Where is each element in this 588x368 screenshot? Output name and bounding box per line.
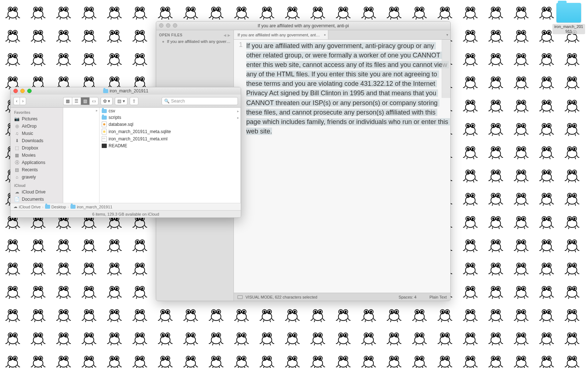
svg-point-443: [492, 78, 494, 80]
finder-column-1[interactable]: ▸: [63, 108, 100, 203]
sidebar-item-pictures[interactable]: 📷Pictures: [11, 115, 63, 123]
svg-point-1558: [315, 311, 316, 312]
action-menu-button[interactable]: ✿ ▾: [101, 97, 113, 105]
svg-point-18: [86, 8, 87, 10]
svg-point-49: [243, 8, 245, 10]
svg-point-1373: [543, 264, 545, 266]
svg-point-104: [523, 8, 524, 10]
svg-point-1378: [569, 264, 570, 266]
sidebar-item-applications[interactable]: ⒶApplications: [11, 159, 63, 166]
editor-close-button[interactable]: [159, 23, 163, 28]
svg-point-1834: [548, 357, 550, 359]
tab-close-icon[interactable]: •: [324, 32, 326, 38]
svg-point-1534: [192, 311, 194, 312]
svg-point-1028: [543, 195, 545, 196]
back-button[interactable]: ‹: [13, 97, 20, 105]
editor-minimize-button[interactable]: [166, 23, 170, 28]
sidebar-item-documents[interactable]: 📄Documents: [11, 196, 63, 203]
view-icons-button[interactable]: ▦: [63, 97, 72, 105]
path-seg-folder[interactable]: iron_march_201911: [77, 205, 113, 209]
view-gallery-button[interactable]: ▭: [89, 97, 98, 105]
svg-point-1143: [543, 218, 545, 219]
svg-point-1158: [35, 241, 36, 243]
finder-maximize-button[interactable]: [27, 89, 32, 93]
search-icon: 🔍: [164, 99, 170, 104]
file-row-scripts[interactable]: scripts▸: [100, 114, 240, 121]
svg-point-1513: [86, 311, 87, 312]
file-row-iron-march-201911-meta-sqlite[interactable]: iron_march_201911_meta.sqlite: [100, 128, 240, 135]
svg-point-83: [416, 8, 418, 10]
svg-point-1403: [111, 288, 113, 289]
editor-tab[interactable]: If you are affiliated with any governmen…: [234, 30, 328, 39]
sidebar-item-dropbox[interactable]: ⬚Dropbox: [11, 144, 63, 152]
editor-tab-bar: If you are affiliated with any governmen…: [234, 30, 450, 40]
document-icon: [102, 136, 107, 142]
svg-point-1048: [60, 218, 62, 219]
svg-point-1678: [340, 334, 341, 336]
path-seg-icloud[interactable]: iCloud Drive: [19, 205, 41, 209]
svg-point-3: [9, 8, 11, 10]
finder-search-field[interactable]: 🔍 Search: [162, 97, 238, 105]
svg-point-1683: [365, 334, 367, 336]
open-files-header: OPEN FILES: [159, 33, 182, 37]
svg-point-29: [142, 8, 143, 10]
sidebar-item-downloads[interactable]: ⬇Downloads: [11, 137, 63, 144]
svg-point-1709: [498, 334, 499, 336]
forward-button[interactable]: ›: [20, 97, 26, 105]
svg-point-364: [91, 78, 92, 80]
sidebar-item-music[interactable]: ♫Music: [11, 130, 63, 137]
sidebar-item-movies[interactable]: ▦Movies: [11, 152, 63, 159]
status-spaces[interactable]: Spaces: 4: [399, 295, 417, 299]
finder-close-button[interactable]: [13, 89, 18, 93]
view-columns-button[interactable]: ▥: [81, 97, 89, 105]
svg-point-9: [40, 8, 41, 10]
svg-point-13: [60, 8, 62, 10]
editor-maximize-button[interactable]: [173, 23, 177, 28]
svg-point-369: [116, 78, 118, 80]
finder-column-2[interactable]: csv▸scripts▸database.sqliron_march_20191…: [100, 108, 241, 203]
view-list-button[interactable]: ☰: [72, 97, 81, 105]
svg-point-689: [574, 125, 575, 126]
sidebar-item-airdrop[interactable]: ◎AirDrop: [11, 123, 63, 130]
file-row-database-sql[interactable]: database.sql: [100, 121, 240, 128]
editor-text[interactable]: If you are affiliated with any governmen…: [246, 40, 450, 293]
editor-titlebar[interactable]: If you are affiliated with any governmen…: [156, 21, 450, 30]
sidebar-nav-arrows[interactable]: ◂ ▸: [224, 32, 231, 38]
open-file-item[interactable]: ● If you are affiliated with any governm…: [159, 38, 231, 44]
file-row-csv[interactable]: csv▸: [100, 108, 240, 114]
svg-point-238: [35, 55, 36, 56]
sidebar-item-recents[interactable]: ▤Recents: [11, 166, 63, 173]
svg-point-354: [40, 78, 41, 80]
finder-minimize-button[interactable]: [20, 89, 25, 93]
share-button[interactable]: ⇪: [130, 97, 138, 105]
svg-point-1404: [116, 288, 118, 289]
panel-icon[interactable]: [238, 295, 243, 299]
arrange-menu-button[interactable]: ▤ ▾: [115, 97, 127, 105]
svg-point-94: [472, 8, 474, 10]
file-row-readme[interactable]: README: [100, 143, 240, 149]
svg-point-1168: [86, 241, 87, 243]
svg-point-224: [548, 32, 550, 33]
svg-point-564: [523, 101, 524, 103]
svg-point-1038: [9, 218, 11, 219]
recents-icon: ▤: [14, 168, 20, 172]
svg-point-1243: [467, 241, 469, 243]
tab-dropdown-icon[interactable]: ▾: [446, 33, 448, 37]
status-syntax[interactable]: Plain Text: [430, 295, 447, 299]
svg-point-1624: [65, 334, 67, 336]
path-seg-desktop[interactable]: Desktop: [52, 205, 66, 209]
file-row-iron-march-201911-meta-xml[interactable]: iron_march_201911_meta.xml: [100, 135, 240, 143]
editor-content-area[interactable]: 1 If you are affiliated with any governm…: [234, 40, 450, 293]
svg-point-1758: [162, 357, 163, 359]
desktop-folder-iron-march[interactable]: iron_march_201911: [552, 3, 585, 34]
sidebar-item-icloud-drive[interactable]: ☁iCloud Drive: [11, 188, 63, 196]
svg-point-1293: [137, 264, 138, 266]
svg-point-1833: [543, 357, 545, 359]
finder-pathbar[interactable]: ☁ iCloud Drive › Desktop › iron_march_20…: [11, 203, 241, 210]
finder-titlebar[interactable]: iron_march_201911: [11, 87, 241, 95]
minimap[interactable]: [442, 40, 450, 98]
sidebar-item-gravely[interactable]: ⌂gravely: [11, 173, 63, 181]
svg-point-344: [574, 55, 575, 56]
svg-point-1394: [65, 288, 67, 289]
svg-point-1754: [142, 357, 143, 359]
